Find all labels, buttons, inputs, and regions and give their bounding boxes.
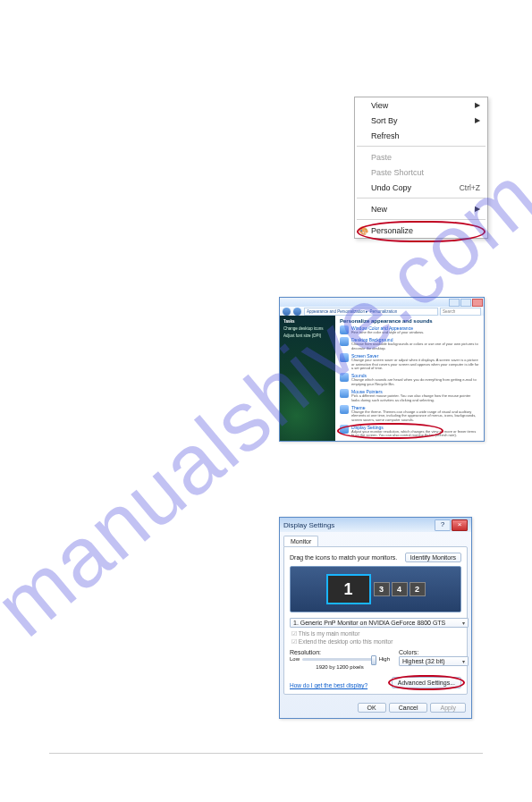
entry-description: Change your screen saver or adjust when … bbox=[351, 359, 479, 370]
context-menu-item[interactable]: Undo CopyCtrl+Z bbox=[355, 180, 487, 195]
entry-icon bbox=[340, 373, 349, 382]
context-menu-item[interactable]: New▶ bbox=[355, 201, 487, 216]
entry-description: Change the theme. Themes can change a wi… bbox=[351, 410, 479, 422]
monitor-panel: Drag the icons to match your monitors. I… bbox=[283, 546, 468, 695]
main-monitor-checkbox: This is my main monitor bbox=[291, 630, 461, 637]
dialog-title-bar: Display Settings ? × bbox=[280, 518, 471, 532]
personalize-entry[interactable]: Desktop BackgroundChoose from available … bbox=[340, 337, 479, 350]
dialog-button-row: OK Cancel Apply bbox=[280, 698, 471, 718]
back-icon[interactable] bbox=[283, 308, 291, 316]
ok-button[interactable]: OK bbox=[358, 703, 386, 713]
submenu-arrow-icon: ▶ bbox=[475, 101, 480, 109]
resolution-label: Resolution: bbox=[290, 649, 390, 655]
best-display-help-link[interactable]: How do I get the best display? bbox=[290, 682, 367, 688]
sidebar-header: Tasks bbox=[283, 319, 332, 324]
menu-item-label: View bbox=[371, 101, 475, 110]
context-menu-item[interactable]: 🎨Personalize bbox=[355, 223, 487, 238]
entry-icon bbox=[340, 337, 349, 346]
monitor-select-dropdown[interactable]: 1. Generic PnP Monitor on NVIDIA GeForce… bbox=[290, 618, 469, 628]
search-input[interactable]: Search bbox=[440, 308, 481, 316]
submenu-arrow-icon: ▶ bbox=[475, 205, 480, 213]
personalize-entry[interactable]: ThemeChange the theme. Themes can change… bbox=[340, 405, 479, 422]
entry-description: Fine tune the color and style of your wi… bbox=[351, 331, 424, 334]
entry-icon bbox=[340, 389, 349, 398]
personalize-entry[interactable]: SoundsChange which sounds are heard when… bbox=[340, 373, 479, 386]
extend-desktop-checkbox: Extend the desktop onto this monitor bbox=[291, 638, 461, 646]
entry-description: Adjust your monitor resolution, which ch… bbox=[351, 430, 479, 438]
minimize-button[interactable] bbox=[449, 299, 460, 307]
advanced-settings-label: Advanced Settings... bbox=[398, 680, 455, 686]
context-menu-item[interactable]: View▶ bbox=[355, 97, 487, 113]
chevron-down-icon: ▾ bbox=[462, 658, 465, 664]
monitor-select-value: 1. Generic PnP Monitor on NVIDIA GeForce… bbox=[293, 620, 445, 626]
close-button[interactable]: × bbox=[452, 519, 468, 531]
entry-description: Pick a different mouse pointer. You can … bbox=[351, 394, 479, 402]
forward-icon[interactable] bbox=[293, 308, 301, 316]
context-menu-item[interactable]: Refresh bbox=[355, 128, 487, 143]
apply-button[interactable]: Apply bbox=[430, 703, 466, 713]
entry-icon bbox=[340, 325, 349, 334]
entry-description: Choose from available backgrounds or col… bbox=[351, 342, 479, 350]
menu-item-label: Undo Copy bbox=[371, 183, 460, 192]
colors-label: Colors: bbox=[399, 649, 461, 655]
entry-icon bbox=[340, 353, 349, 362]
sidebar-link[interactable]: Change desktop icons bbox=[283, 326, 332, 331]
breadcrumb[interactable]: Appearance and Personalization ▸ Persona… bbox=[304, 308, 438, 316]
menu-item-label: Sort By bbox=[371, 116, 475, 125]
context-menu-item: Paste bbox=[355, 149, 487, 165]
context-menu-item[interactable]: Sort By▶ bbox=[355, 113, 487, 128]
entry-icon bbox=[340, 405, 349, 414]
tab-monitor[interactable]: Monitor bbox=[283, 536, 318, 546]
personalize-entry[interactable]: Display SettingsAdjust your monitor reso… bbox=[340, 425, 479, 438]
pane-heading: Personalize appearance and sounds bbox=[340, 318, 479, 324]
menu-item-label: Personalize bbox=[371, 226, 480, 235]
chevron-down-icon: ▾ bbox=[462, 620, 465, 626]
resolution-value: 1920 by 1200 pixels bbox=[290, 664, 390, 670]
monitor-1-icon[interactable]: 1 bbox=[326, 574, 371, 604]
colors-value: Highest (32 bit) bbox=[402, 658, 444, 664]
submenu-arrow-icon: ▶ bbox=[475, 116, 480, 124]
display-settings-dialog: Display Settings ? × Monitor Drag the ic… bbox=[279, 517, 472, 719]
page-footer-rule bbox=[49, 753, 483, 754]
monitor-4-icon[interactable]: 4 bbox=[392, 582, 408, 596]
personalize-entry[interactable]: Screen SaverChange your screen saver or … bbox=[340, 353, 479, 370]
menu-item-label: Refresh bbox=[371, 131, 480, 140]
close-button[interactable] bbox=[472, 299, 483, 307]
shortcut-label: Ctrl+Z bbox=[460, 183, 480, 192]
personalize-icon: 🎨 bbox=[358, 226, 368, 235]
dialog-title: Display Settings bbox=[283, 521, 334, 529]
advanced-settings-button[interactable]: Advanced Settings... bbox=[392, 677, 461, 688]
window-title-bar bbox=[280, 298, 484, 307]
desktop-context-menu: View▶Sort By▶RefreshPastePaste ShortcutU… bbox=[354, 97, 488, 239]
entry-icon bbox=[340, 425, 349, 434]
explorer-address-bar: Appearance and Personalization ▸ Persona… bbox=[280, 307, 484, 316]
personalization-window: Appearance and Personalization ▸ Persona… bbox=[279, 297, 485, 442]
entry-description: Change which sounds are heard when you d… bbox=[351, 378, 479, 386]
slider-track[interactable] bbox=[302, 658, 376, 661]
slider-low-label: Low bbox=[290, 656, 300, 662]
help-button[interactable]: ? bbox=[435, 519, 451, 531]
slider-high-label: High bbox=[379, 656, 390, 662]
maximize-button[interactable] bbox=[460, 299, 471, 307]
sidebar-link[interactable]: Adjust font size (DPI) bbox=[283, 333, 332, 338]
monitor-3-icon[interactable]: 3 bbox=[374, 582, 390, 596]
menu-item-label: New bbox=[371, 205, 475, 214]
colors-dropdown[interactable]: Highest (32 bit) ▾ bbox=[399, 656, 469, 666]
menu-item-label: Paste Shortcut bbox=[371, 168, 480, 177]
menu-item-label: Paste bbox=[371, 153, 480, 162]
personalize-entry[interactable]: Mouse PointersPick a different mouse poi… bbox=[340, 389, 479, 402]
instruction-text: Drag the icons to match your monitors. bbox=[290, 554, 397, 561]
context-menu-item: Paste Shortcut bbox=[355, 165, 487, 180]
resolution-slider[interactable]: Low High bbox=[290, 656, 390, 662]
monitor-2-icon[interactable]: 2 bbox=[410, 582, 426, 596]
monitor-arrangement-box[interactable]: 1 3 4 2 bbox=[290, 566, 461, 612]
tasks-sidebar: Tasks Change desktop icons Adjust font s… bbox=[280, 316, 335, 441]
identify-monitors-button[interactable]: Identify Monitors bbox=[405, 553, 461, 562]
cancel-button[interactable]: Cancel bbox=[389, 703, 428, 713]
personalize-pane: Personalize appearance and sounds Window… bbox=[335, 316, 484, 441]
personalize-entry[interactable]: Window Color and AppearanceFine tune the… bbox=[340, 325, 479, 334]
